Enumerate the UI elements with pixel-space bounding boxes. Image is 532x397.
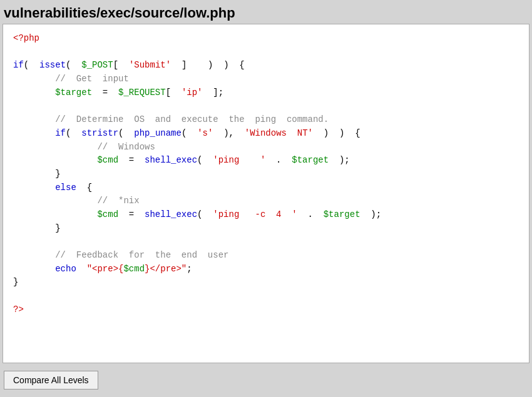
code-block: <?php if( isset( $_POST[ 'Submit' ] ) ) … [13,32,519,316]
code-panel: <?php if( isset( $_POST[ 'Submit' ] ) ) … [3,24,529,363]
header-area: vulnerabilities/exec/source/low.php [0,0,532,24]
page-container: vulnerabilities/exec/source/low.php <?ph… [0,0,532,397]
compare-all-levels-button[interactable]: Compare All Levels [4,371,98,389]
footer-area: Compare All Levels [0,363,532,397]
page-title: vulnerabilities/exec/source/low.php [3,5,532,21]
